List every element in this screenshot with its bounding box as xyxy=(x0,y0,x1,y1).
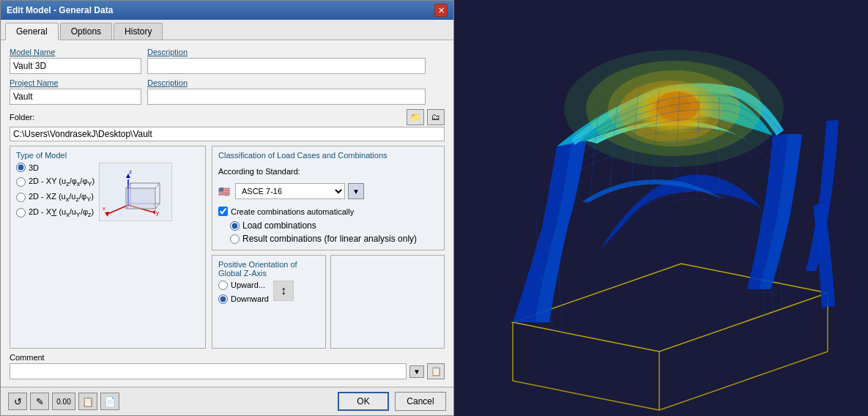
model-desc-input[interactable] xyxy=(147,58,426,74)
comment-row: ▼ 📋 xyxy=(10,363,445,379)
standard-select-row: 🇺🇸 ASCE 7-16 EN 1990 AS/NZS 1170 ▼ xyxy=(218,183,438,199)
project-name-input[interactable] xyxy=(10,89,141,105)
project-desc-group: Description xyxy=(147,78,426,105)
type-model-radios: 3D 2D - XY (uz/φx/φY) 2D - XZ (ux/uz/φY) xyxy=(16,163,94,221)
model-name-group: Model Name xyxy=(10,48,141,74)
svg-line-13 xyxy=(155,204,160,209)
svg-text:y: y xyxy=(156,209,159,216)
toolbar-btn-paste[interactable]: 📄 xyxy=(100,393,119,410)
create-auto-label: Create combinations automatically xyxy=(231,207,354,216)
downward-label: Downward xyxy=(231,294,269,303)
toolbar-btn-copy[interactable]: 📋 xyxy=(78,393,97,410)
dialog-content: Model Name Description Project Name Desc… xyxy=(1,40,453,387)
comment-label: Comment xyxy=(10,353,445,362)
radio-load-combo[interactable]: Load combinations xyxy=(230,220,438,231)
comment-input[interactable] xyxy=(10,363,407,379)
dialog-actions: OK Cancel xyxy=(338,392,446,411)
filter-button[interactable]: ▼ xyxy=(348,183,364,199)
orientation-section: Positive Orientation of Global Z-Axis Up… xyxy=(212,255,326,349)
toolbar-icons: ↺ ✎ 0.00 📋 📄 xyxy=(8,393,119,410)
orientation-icon: ↕ xyxy=(273,281,294,301)
title-bar: Edit Model - General Data ✕ xyxy=(1,1,453,20)
result-combo-label: Result combinations (for linear analysis… xyxy=(242,234,417,244)
3d-visualization xyxy=(454,0,868,416)
create-auto-row: Create combinations automatically xyxy=(218,207,438,216)
radio-2dxz[interactable]: 2D - XZ (ux/uz/φY) xyxy=(16,192,94,203)
project-name-group: Project Name xyxy=(10,78,141,105)
type-model-section: Type of Model 3D 2D - XY (uz/φx/φY) xyxy=(10,146,206,349)
toolbar-btn-number[interactable]: 0.00 xyxy=(52,393,75,410)
cancel-button[interactable]: Cancel xyxy=(395,392,446,411)
orientation-radios: Upward... Downward xyxy=(218,281,269,304)
flag-icon: 🇺🇸 xyxy=(218,186,230,197)
comment-icon-btn[interactable]: 📋 xyxy=(427,363,445,379)
folder-browse-btn2[interactable]: 🗂 xyxy=(427,109,445,125)
dialog-title: Edit Model - General Data xyxy=(7,5,113,15)
model-name-label: Model Name xyxy=(10,48,141,56)
tab-strip: General Options History xyxy=(1,20,453,40)
svg-line-12 xyxy=(155,183,160,188)
orientation-row: Positive Orientation of Global Z-Axis Up… xyxy=(212,255,445,349)
folder-input-row: Folder: 📁 🗂 xyxy=(10,109,445,125)
create-auto-checkbox[interactable]: Create combinations automatically xyxy=(218,207,438,216)
orientation-content: Upward... Downward ↕ xyxy=(218,281,319,304)
3d-diagram: x y z xyxy=(99,163,172,221)
svg-text:x: x xyxy=(103,205,105,212)
model-desc-label: Description xyxy=(147,48,426,56)
toolbar-btn-edit[interactable]: ✎ xyxy=(30,393,49,410)
folder-path-input[interactable] xyxy=(10,127,445,141)
classification-section: Classification of Load Cases and Combina… xyxy=(212,146,445,250)
empty-section xyxy=(330,255,445,349)
tab-options[interactable]: Options xyxy=(60,23,112,40)
project-name-row: Project Name Description xyxy=(10,78,445,105)
orientation-title: Positive Orientation of Global Z-Axis xyxy=(218,260,319,278)
dialog-bottom: ↺ ✎ 0.00 📋 📄 OK Cancel xyxy=(1,387,453,415)
radio-upward[interactable]: Upward... xyxy=(218,281,269,290)
svg-marker-3 xyxy=(105,212,109,217)
radio-3d[interactable]: 3D xyxy=(16,163,94,172)
radio-2dxy[interactable]: 2D - XY (uz/φx/φY) xyxy=(16,177,94,187)
close-button[interactable]: ✕ xyxy=(434,4,448,17)
bottom-sections: Type of Model 3D 2D - XY (uz/φx/φY) xyxy=(10,146,445,349)
tab-general[interactable]: General xyxy=(5,23,59,40)
tab-history[interactable]: History xyxy=(114,23,163,40)
project-name-label: Project Name xyxy=(10,78,141,87)
comment-dropdown-btn[interactable]: ▼ xyxy=(409,365,424,378)
standard-label: According to Standard: xyxy=(218,167,300,176)
radio-2dxy2[interactable]: 2D - XY (ux/uY/φz) xyxy=(16,207,94,218)
standard-row: According to Standard: xyxy=(218,167,438,176)
project-desc-label: Description xyxy=(147,78,426,87)
svg-text:z: z xyxy=(129,168,132,175)
combo-type-radios: Load combinations Result combinations (f… xyxy=(230,220,438,244)
radio-result-combo[interactable]: Result combinations (for linear analysis… xyxy=(230,234,438,244)
folder-label: Folder: xyxy=(10,113,34,122)
folder-group: Folder: 📁 🗂 xyxy=(10,109,445,141)
edit-model-dialog: Edit Model - General Data ✕ General Opti… xyxy=(0,0,454,416)
svg-point-27 xyxy=(564,50,784,167)
comment-section: Comment ▼ 📋 xyxy=(10,353,445,379)
classification-title: Classification of Load Cases and Combina… xyxy=(218,151,438,160)
radio-downward[interactable]: Downward xyxy=(218,294,269,304)
toolbar-btn-refresh[interactable]: ↺ xyxy=(8,393,27,410)
ok-button[interactable]: OK xyxy=(338,392,389,411)
model-desc-group: Description xyxy=(147,48,426,74)
type-model-title: Type of Model xyxy=(16,151,199,160)
upward-label: Upward... xyxy=(231,281,265,289)
folder-browse-btn1[interactable]: 📁 xyxy=(407,109,424,125)
load-combo-label: Load combinations xyxy=(242,220,316,231)
type-model-content: 3D 2D - XY (uz/φx/φY) 2D - XZ (ux/uz/φY) xyxy=(16,163,199,221)
svg-rect-10 xyxy=(126,188,155,209)
standard-dropdown[interactable]: ASCE 7-16 EN 1990 AS/NZS 1170 xyxy=(235,183,345,199)
model-name-input[interactable] xyxy=(10,58,141,74)
model-name-row: Model Name Description xyxy=(10,48,445,74)
project-desc-input[interactable] xyxy=(147,89,426,105)
svg-line-0 xyxy=(106,205,128,215)
